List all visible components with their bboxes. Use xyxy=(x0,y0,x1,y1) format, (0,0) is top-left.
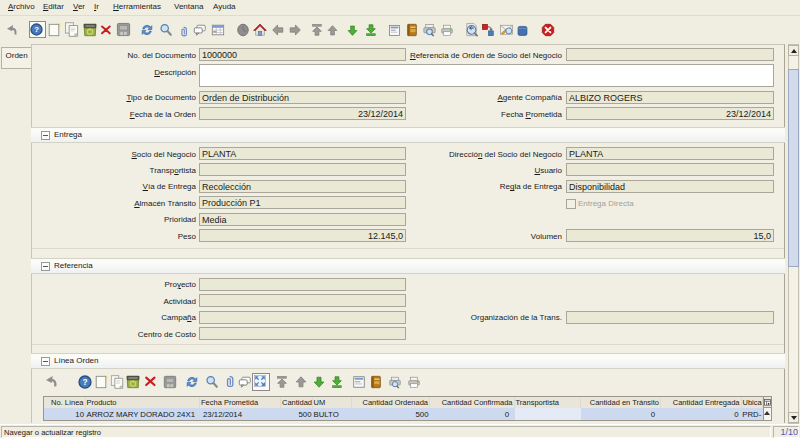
svg-text:?: ? xyxy=(82,377,87,387)
svg-text:?: ? xyxy=(34,25,39,34)
